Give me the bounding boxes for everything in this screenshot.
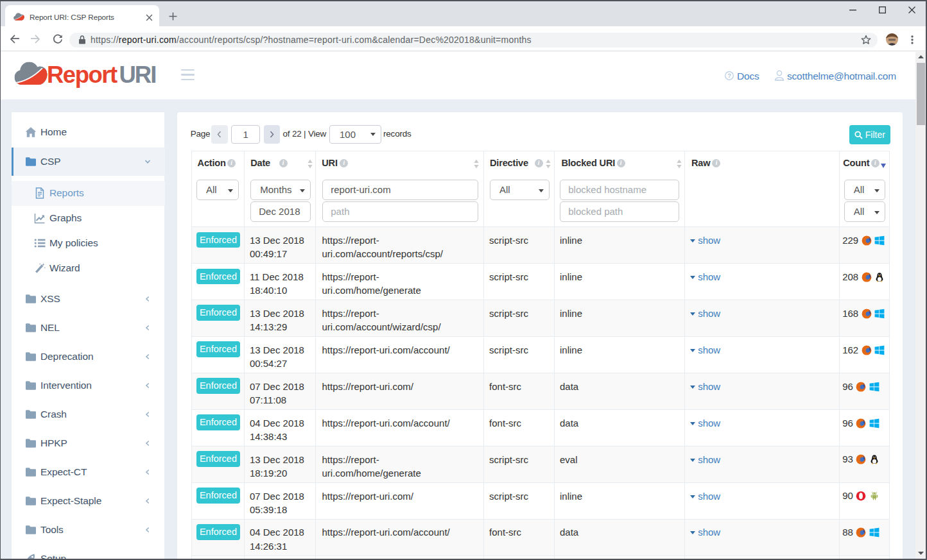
svg-text:?: ? <box>727 72 731 79</box>
